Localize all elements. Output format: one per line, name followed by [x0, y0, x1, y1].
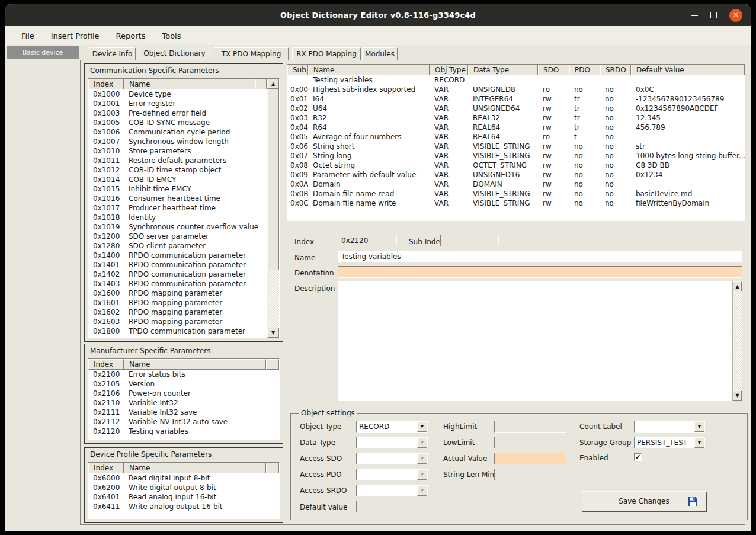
scroll-down-icon[interactable]: ▼	[267, 328, 279, 338]
table-row[interactable]: 0x05Average of four numbersVARREAL64rotn…	[287, 132, 745, 142]
table-row[interactable]: 0x1600RPDO mapping parameter	[88, 289, 267, 298]
close-button[interactable]: ✕	[729, 9, 742, 22]
table-row[interactable]: 0x08Octet stringVAROCTET_STRINGrwnonoC8 …	[287, 161, 745, 170]
cell-sub: 0x0C	[287, 198, 308, 208]
cell-pdo: t	[569, 132, 600, 142]
table-row[interactable]: 0x1019Synchronous counter overflow value	[88, 222, 267, 232]
object-type-combobox[interactable]: RECORD ▼	[356, 421, 428, 433]
table-row[interactable]: 0x1401RPDO communication parameter	[88, 260, 267, 270]
table-row[interactable]: 0x07String longVARVISIBLE_STRINGrwnono10…	[287, 151, 745, 161]
table-row[interactable]: 0x6000Read digital input 8-bit	[88, 473, 279, 483]
table-row[interactable]: Testing variablesRECORD	[287, 75, 745, 85]
table-row[interactable]: 0x1007Synchronous window length	[88, 137, 267, 146]
chevron-down-icon[interactable]: ▼	[417, 421, 427, 432]
table-row[interactable]: 0x1403RPDO communication parameter	[88, 279, 267, 289]
table-row[interactable]: 0x0BDomain file name readVARVISIBLE_STRI…	[287, 189, 745, 198]
table-row[interactable]: 0x6200Write digital output 8-bit	[88, 483, 279, 492]
description-scrollbar[interactable]: ▲ ▼	[732, 281, 742, 401]
table-row[interactable]: 0x04R64VARREAL64rwtrno456.789	[287, 123, 745, 132]
table-row[interactable]: 0x1402RPDO communication parameter	[88, 270, 267, 279]
object-subindex-rows: Testing variablesRECORD0x00Highest sub-i…	[287, 75, 745, 208]
table-row[interactable]: 0x1016Consumer heartbeat time	[88, 194, 267, 203]
cell-sub: 0x05	[287, 132, 308, 142]
tab-object-dictionary[interactable]: Object Dictionary	[136, 46, 213, 60]
column-header-srdo: SRDO	[600, 65, 631, 75]
table-row[interactable]: 0x1005COB-ID SYNC message	[88, 118, 267, 127]
table-row[interactable]: 0x1003Pre-defined error field	[88, 108, 267, 118]
cell-index: 0x6401	[88, 492, 124, 502]
table-row[interactable]: 0x1400RPDO communication parameter	[88, 251, 267, 260]
table-row[interactable]: 0x2106Power-on counter	[88, 389, 279, 398]
denotation-field[interactable]	[338, 266, 742, 278]
table-row[interactable]: 0x2112Variable NV Int32 auto save	[88, 417, 279, 427]
name-field[interactable]: Testing variables	[338, 251, 742, 262]
save-changes-button[interactable]: Save Changes	[582, 491, 706, 511]
description-field[interactable]: ▲ ▼	[338, 281, 742, 401]
cell-index: 0x2111	[88, 408, 124, 417]
cell-default-value	[631, 180, 745, 189]
actual-value-label: Actual Value	[443, 454, 487, 463]
table-row[interactable]: 0x1014COB-ID EMCY	[88, 175, 267, 184]
table-row[interactable]: 0x1602RPDO mapping parameter	[88, 307, 267, 317]
table-row[interactable]: 0x6411Write analog output 16-bit	[88, 502, 279, 511]
table-row[interactable]: 0x1010Store parameters	[88, 146, 267, 156]
table-row[interactable]: 0x1800TPDO communication parameter	[88, 326, 267, 336]
storage-group-combobox[interactable]: PERSIST_TEST ▼	[634, 437, 705, 448]
table-row[interactable]: 0x0ADomainVARDOMAINrwnono	[287, 180, 745, 189]
table-row[interactable]: 0x1603RPDO mapping parameter	[88, 317, 267, 326]
scrollbar-thumb[interactable]	[267, 89, 279, 270]
cell-name: Error status bits	[124, 370, 279, 379]
cell-obj-type: VAR	[430, 94, 468, 104]
menu-reports[interactable]: Reports	[108, 28, 154, 43]
table-row[interactable]: 0x1001Error register	[88, 99, 267, 108]
table-row[interactable]: 0x2100Error status bits	[88, 370, 279, 379]
table-row[interactable]: 0x6401Read analog input 16-bit	[88, 492, 279, 502]
cell-sub: 0x08	[287, 161, 308, 170]
cell-name: COB-ID EMCY	[124, 175, 267, 184]
table-row[interactable]: 0x09Parameter with default valueVARUNSIG…	[287, 170, 745, 180]
table-row[interactable]: 0x1000Device type	[88, 89, 267, 99]
count-label-combobox[interactable]: ▼	[634, 421, 705, 433]
table-row[interactable]: 0x0CDomain file name writeVARVISIBLE_STR…	[287, 198, 745, 208]
comm-params-scrollbar[interactable]: ▲ ▼	[267, 79, 279, 338]
table-row[interactable]: 0x1012COB-ID time stamp object	[88, 165, 267, 175]
maximize-button[interactable]	[710, 12, 717, 18]
actual-value-field[interactable]	[494, 453, 566, 464]
table-row[interactable]: 0x1015Inhibit time EMCY	[88, 184, 267, 194]
tab-device-info[interactable]: Device Info	[89, 47, 136, 60]
table-row[interactable]: 0x1017Producer heartbeat time	[88, 203, 267, 213]
table-row[interactable]: 0x1011Restore default parameters	[88, 156, 267, 165]
chevron-down-icon[interactable]: ▼	[694, 421, 704, 432]
table-row[interactable]: 0x1200SDO server parameter	[88, 232, 267, 241]
menu-insert-profile[interactable]: Insert Profile	[43, 28, 108, 43]
menu-file[interactable]: File	[13, 28, 43, 43]
scroll-up-icon[interactable]: ▲	[267, 79, 279, 89]
cell-sub: 0x07	[287, 151, 308, 161]
table-row[interactable]: 0x01I64VARINTEGER64rwtrno-12345678901234…	[287, 94, 745, 104]
table-row[interactable]: 0x2120Testing variables	[88, 427, 279, 436]
cell-sdo: rw	[538, 113, 569, 123]
scroll-up-icon[interactable]: ▲	[733, 281, 742, 291]
table-row[interactable]: 0x02U64VARUNSIGNED64rwtrno0x1234567890AB…	[287, 104, 745, 113]
enabled-checkbox[interactable]: ✔	[634, 453, 642, 461]
table-row[interactable]: 0x1280SDO client parameter	[88, 241, 267, 251]
table-row[interactable]: 0x03R32VARREAL32rwtrno12.345	[287, 113, 745, 123]
check-icon: ✔	[635, 453, 640, 461]
table-row[interactable]: 0x1006Communication cycle period	[88, 127, 267, 137]
table-row[interactable]: 0x2105Version	[88, 379, 279, 389]
minimize-button[interactable]	[691, 15, 698, 16]
table-row[interactable]: 0x1018Identity	[88, 213, 267, 222]
table-row[interactable]: 0x2110Variable Int32	[88, 398, 279, 408]
table-row[interactable]: 0x06String shortVARVISIBLE_STRINGrwnonos…	[287, 142, 745, 151]
chevron-down-icon[interactable]: ▼	[694, 437, 704, 448]
sidebar-item-basic-device[interactable]: Basic device	[7, 46, 79, 59]
table-row[interactable]: 0x1601RPDO mapping parameter	[88, 298, 267, 307]
scroll-down-icon[interactable]: ▼	[733, 390, 742, 401]
menu-tools[interactable]: Tools	[153, 28, 189, 43]
table-row[interactable]: 0x00Highest sub-index supportedVARUNSIGN…	[287, 85, 745, 94]
cell-name: Highest sub-index supported	[308, 85, 430, 94]
tab-modules[interactable]: Modules	[362, 47, 398, 60]
tab-tx-pdo-mapping[interactable]: TX PDO Mapping	[214, 47, 289, 60]
tab-rx-pdo-mapping[interactable]: RX PDO Mapping	[292, 47, 361, 60]
table-row[interactable]: 0x2111Variable Int32 save	[88, 408, 279, 417]
